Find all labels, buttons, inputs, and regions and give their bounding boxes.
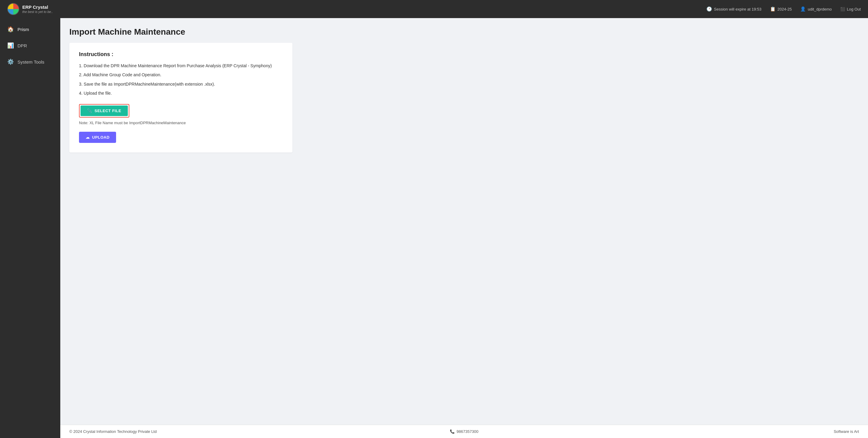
year-info: 📋 2024-25 (770, 6, 792, 12)
footer: © 2024 Crystal Information Technology Pr… (60, 425, 868, 438)
instruction-2: 2. Add Machine Group Code and Operation. (79, 71, 283, 78)
sidebar-label-system-tools: System Tools (18, 59, 44, 64)
header-right: 🕐 Session will expire at 19:53 📋 2024-25… (706, 6, 861, 12)
instructions-list: 1. Download the DPR Machine Maintenance … (79, 62, 283, 97)
main-content: Import Machine Maintenance Instructions … (60, 18, 868, 438)
footer-phone: 📞 9867357300 (333, 429, 596, 434)
user-icon: 👤 (800, 6, 806, 12)
instruction-4: 4. Upload the file. (79, 90, 283, 96)
home-icon: 🏠 (7, 26, 14, 33)
note-text: Note: XL File Name must be ImportDPRMach… (79, 121, 283, 125)
logo: ERP Crystal the best is yet to be.. (7, 3, 53, 15)
instructions-card: Instructions : 1. Download the DPR Machi… (69, 43, 292, 153)
sidebar-item-dpr[interactable]: 📊 DPR (0, 37, 60, 54)
session-info: 🕐 Session will expire at 19:53 (706, 6, 762, 12)
logo-subtitle: the best is yet to be.. (22, 10, 53, 13)
logout-label: Log Out (847, 7, 861, 11)
body-layout: 🏠 Prism 📊 DPR ⚙️ System Tools Import Mac… (0, 18, 868, 438)
page-title: Import Machine Maintenance (69, 27, 859, 37)
tagline-text: Software is Art (834, 429, 859, 434)
gear-icon: ⚙️ (7, 59, 14, 65)
select-file-button[interactable]: 📎 SELECT FILE (81, 105, 128, 116)
select-file-label: SELECT FILE (95, 108, 122, 113)
bar-chart-icon: 📊 (7, 42, 14, 49)
footer-tagline: Software is Art (596, 429, 859, 434)
logout-icon: ⬛ (840, 7, 845, 11)
calendar-icon: 📋 (770, 6, 776, 12)
sidebar-label-prism: Prism (18, 27, 29, 32)
sidebar: 🏠 Prism 📊 DPR ⚙️ System Tools (0, 18, 60, 438)
upload-icon: ☁ (86, 135, 90, 139)
sidebar-item-system-tools[interactable]: ⚙️ System Tools (0, 54, 60, 70)
instruction-1: 1. Download the DPR Machine Maintenance … (79, 62, 283, 69)
instruction-3: 3. Save the file as ImportDPRMachineMain… (79, 81, 283, 87)
select-file-wrapper: 📎 SELECT FILE (79, 104, 129, 118)
sidebar-item-prism[interactable]: 🏠 Prism (0, 21, 60, 37)
clock-icon: 🕐 (706, 6, 712, 12)
upload-label: UPLOAD (92, 135, 110, 139)
phone-icon: 📞 (450, 429, 455, 434)
upload-button[interactable]: ☁ UPLOAD (79, 132, 116, 143)
user-info: 👤 udit_dprdemo (800, 6, 832, 12)
logo-icon (7, 3, 19, 15)
copyright-text: © 2024 Crystal Information Technology Pr… (69, 429, 157, 434)
paperclip-icon: 📎 (87, 108, 92, 113)
logout-button[interactable]: ⬛ Log Out (840, 7, 861, 11)
user-label: udit_dprdemo (808, 7, 832, 11)
logo-title: ERP Crystal (22, 4, 53, 10)
instructions-heading: Instructions : (79, 51, 283, 58)
app-header: ERP Crystal the best is yet to be.. 🕐 Se… (0, 0, 868, 18)
sidebar-label-dpr: DPR (18, 43, 27, 48)
phone-number: 9867357300 (457, 429, 478, 434)
year-label: 2024-25 (778, 7, 792, 11)
logo-text: ERP Crystal the best is yet to be.. (22, 4, 53, 13)
content-area: Import Machine Maintenance Instructions … (60, 18, 868, 425)
footer-copyright: © 2024 Crystal Information Technology Pr… (69, 429, 333, 434)
session-label: Session will expire at 19:53 (714, 7, 762, 11)
